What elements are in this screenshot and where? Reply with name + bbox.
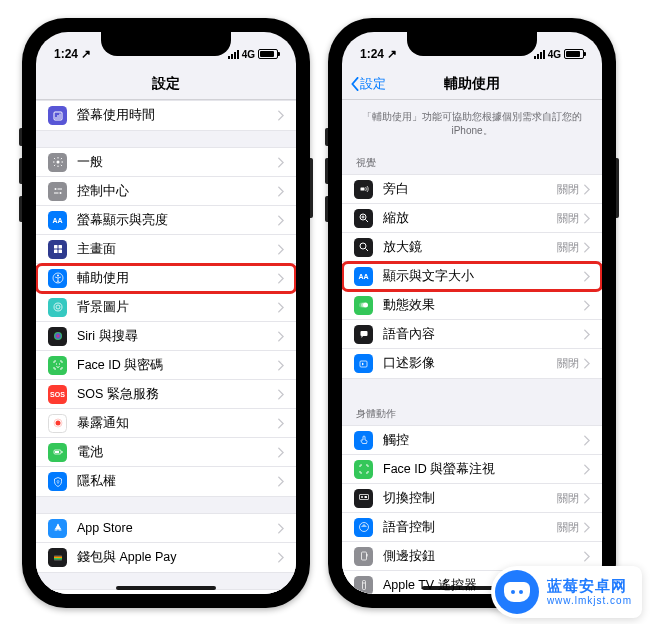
- row-display[interactable]: AA螢幕顯示與亮度: [36, 206, 296, 235]
- section-header: 視覺: [342, 144, 602, 174]
- svg-rect-8: [58, 245, 62, 249]
- battery-icon: [564, 49, 584, 59]
- text-size-icon: AA: [354, 267, 373, 286]
- svg-point-12: [57, 275, 59, 277]
- chevron-icon: [277, 331, 284, 342]
- row-label: 背景圖片: [77, 299, 277, 316]
- accessibility-list[interactable]: 「輔助使用」功能可協助您根據個別需求自訂您的 iPhone。 視覺旁白關閉縮放關…: [342, 100, 602, 594]
- row-label: Face ID 與密碼: [77, 357, 277, 374]
- voiceover-icon: [354, 180, 373, 199]
- row-appstore[interactable]: App Store: [36, 514, 296, 543]
- row-battery[interactable]: 電池: [36, 438, 296, 467]
- row-audio-desc[interactable]: 口述影像關閉: [342, 349, 602, 378]
- caption: 「輔助使用」功能可協助您根據個別需求自訂您的 iPhone。: [342, 100, 602, 144]
- row-screentime[interactable]: 螢幕使用時間: [36, 101, 296, 130]
- row-voice-ctl[interactable]: 語音控制關閉: [342, 513, 602, 542]
- row-touch[interactable]: 觸控: [342, 426, 602, 455]
- svg-rect-9: [54, 250, 58, 254]
- chevron-icon: [583, 551, 590, 562]
- row-control-center[interactable]: 控制中心: [36, 177, 296, 206]
- chevron-icon: [277, 360, 284, 371]
- nav-bar: 設定 輔助使用: [342, 68, 602, 100]
- svg-point-32: [359, 303, 364, 308]
- chevron-icon: [277, 244, 284, 255]
- watermark-title: 蓝莓安卓网: [547, 578, 632, 595]
- row-accessibility[interactable]: 輔助使用: [36, 264, 296, 293]
- row-home[interactable]: 主畫面: [36, 235, 296, 264]
- phone-right: 1:24 ↗ 4G 設定 輔助使用 「輔助使用」功能可協助您根據個別需求自訂您的…: [328, 18, 616, 608]
- row-wallpaper[interactable]: 背景圖片: [36, 293, 296, 322]
- chevron-icon: [583, 213, 590, 224]
- row-zoom[interactable]: 縮放關閉: [342, 204, 602, 233]
- battery-icon: [48, 443, 67, 462]
- privacy-icon: [48, 472, 67, 491]
- row-voiceover[interactable]: 旁白關閉: [342, 175, 602, 204]
- row-face-attn[interactable]: Face ID 與螢幕注視: [342, 455, 602, 484]
- row-label: 螢幕使用時間: [77, 107, 277, 124]
- row-label: SOS 緊急服務: [77, 386, 277, 403]
- row-label: 輔助使用: [77, 270, 277, 287]
- signal-icon: [228, 50, 239, 59]
- chevron-icon: [277, 157, 284, 168]
- svg-rect-3: [59, 113, 60, 119]
- magnifier-icon: [354, 238, 373, 257]
- home-indicator[interactable]: [116, 586, 216, 590]
- svg-point-5: [54, 188, 56, 190]
- svg-rect-2: [57, 115, 58, 119]
- svg-point-15: [56, 364, 57, 365]
- svg-rect-35: [359, 495, 368, 500]
- back-button[interactable]: 設定: [350, 75, 386, 93]
- row-sos[interactable]: SOSSOS 緊急服務: [36, 380, 296, 409]
- svg-rect-37: [364, 496, 367, 498]
- row-siri[interactable]: Siri 與搜尋: [36, 322, 296, 351]
- row-value: 關閉: [557, 520, 579, 535]
- watermark-url: www.lmkjst.com: [547, 595, 632, 606]
- row-passwords[interactable]: 密碼: [36, 590, 296, 594]
- voice-ctl-icon: [354, 518, 373, 537]
- phone-left: 1:24 ↗ 4G 設定 螢幕使用時間一般控制中心AA螢幕顯示與亮度主畫面輔助使…: [22, 18, 310, 608]
- row-faceid[interactable]: Face ID 與密碼: [36, 351, 296, 380]
- svg-rect-40: [366, 554, 367, 557]
- chevron-icon: [277, 552, 284, 563]
- row-privacy[interactable]: 隱私權: [36, 467, 296, 496]
- row-label: 縮放: [383, 210, 557, 227]
- row-label: 主畫面: [77, 241, 277, 258]
- audio-desc-icon: [354, 354, 373, 373]
- chevron-icon: [277, 273, 284, 284]
- face-attn-icon: [354, 460, 373, 479]
- chevron-icon: [277, 302, 284, 313]
- row-label: Face ID 與螢幕注視: [383, 461, 583, 478]
- row-label: 旁白: [383, 181, 557, 198]
- chevron-icon: [277, 523, 284, 534]
- chevron-icon: [277, 447, 284, 458]
- row-general[interactable]: 一般: [36, 148, 296, 177]
- faceid-icon: [48, 356, 67, 375]
- svg-rect-33: [360, 331, 367, 336]
- appstore-icon: [48, 519, 67, 538]
- row-label: 語音控制: [383, 519, 557, 536]
- row-value: 關閉: [557, 491, 579, 506]
- row-text-size[interactable]: AA顯示與文字大小: [342, 262, 602, 291]
- row-switch[interactable]: 切換控制關閉: [342, 484, 602, 513]
- row-wallet[interactable]: 錢包與 Apple Pay: [36, 543, 296, 572]
- row-label: 暴露通知: [77, 415, 277, 432]
- chevron-icon: [277, 110, 284, 121]
- general-icon: [48, 153, 67, 172]
- chevron-icon: [277, 215, 284, 226]
- svg-rect-41: [362, 581, 365, 590]
- settings-list[interactable]: 螢幕使用時間一般控制中心AA螢幕顯示與亮度主畫面輔助使用背景圖片Siri 與搜尋…: [36, 100, 296, 594]
- chevron-icon: [277, 186, 284, 197]
- motion-icon: [354, 296, 373, 315]
- svg-point-22: [57, 480, 59, 482]
- svg-point-16: [59, 364, 60, 365]
- svg-point-42: [363, 582, 365, 584]
- svg-rect-20: [61, 451, 62, 453]
- row-magnifier[interactable]: 放大鏡關閉: [342, 233, 602, 262]
- svg-rect-1: [55, 117, 56, 119]
- row-motion[interactable]: 動態效果: [342, 291, 602, 320]
- atv-remote-icon: [354, 576, 373, 595]
- row-exposure[interactable]: 暴露通知: [36, 409, 296, 438]
- page-title: 設定: [152, 75, 180, 93]
- row-spoken[interactable]: 語音內容: [342, 320, 602, 349]
- control-center-icon: [48, 182, 67, 201]
